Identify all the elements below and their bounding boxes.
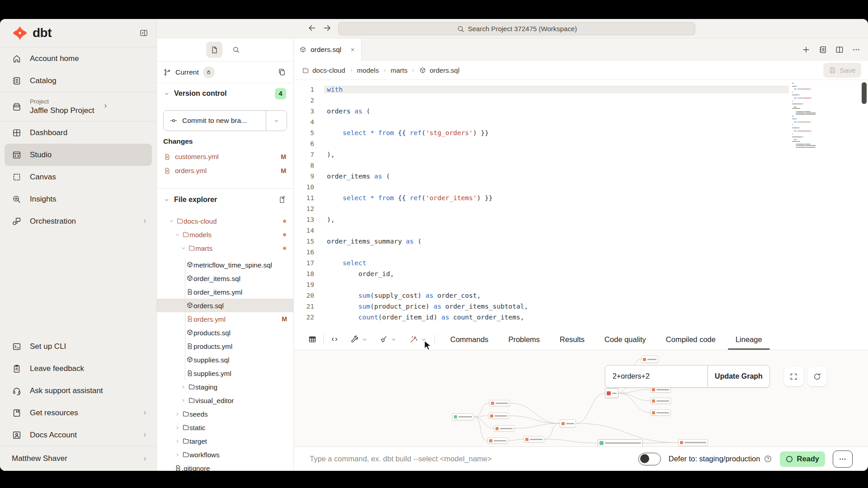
breadcrumb-item-docs-cloud[interactable]: docs-cloud [302, 66, 345, 74]
tree-item-orders-yml[interactable]: orders.yml M [157, 312, 293, 326]
lineage-node[interactable] [650, 409, 671, 416]
screen: dbt Account home Catalog Project Jaffle … [0, 0, 868, 488]
copy-icon[interactable] [278, 68, 286, 76]
file-view-button[interactable] [206, 42, 222, 58]
tree-item-staging[interactable]: staging [157, 380, 293, 394]
lineage-node[interactable] [650, 398, 671, 404]
tree-item-static[interactable]: static [157, 421, 293, 434]
changed-file-customers-yml[interactable]: customers.yml M [157, 150, 293, 164]
lineage-node[interactable] [489, 400, 510, 406]
history-back-icon[interactable] [307, 23, 318, 34]
editor-scrollbar-thumb[interactable] [862, 82, 867, 104]
sidebar-item-dashboard[interactable]: Dashboard [0, 122, 156, 144]
lineage-node[interactable] [452, 413, 474, 420]
lineage-node[interactable] [487, 437, 508, 444]
help-icon[interactable] [764, 455, 772, 463]
panel-tab-commands[interactable]: Commands [450, 329, 488, 350]
fullscreen-button[interactable] [784, 367, 803, 386]
search-files-button[interactable] [228, 42, 244, 58]
breadcrumb-item-marts[interactable]: marts [391, 66, 408, 74]
new-tab-icon[interactable] [802, 45, 811, 54]
chevron-down-icon[interactable] [390, 336, 397, 343]
panel-tab-lineage[interactable]: Lineage [736, 329, 762, 350]
changed-file-orders-yml[interactable]: orders.yml M [157, 164, 293, 178]
lineage-node[interactable] [560, 419, 576, 427]
tree-item-products-sql[interactable]: products.sql [157, 326, 293, 339]
sidebar-item-account-home[interactable]: Account home [0, 47, 156, 70]
lineage-node[interactable] [641, 356, 658, 363]
panel-tab-code-quality[interactable]: Code quality [604, 329, 646, 350]
lineage-node[interactable] [524, 436, 544, 442]
commit-button-main[interactable]: Commit to new bra... [164, 111, 266, 131]
panel-tab-results[interactable]: Results [560, 329, 585, 350]
sidebar-item-ask-support-assistant[interactable]: Ask support assistant [0, 380, 156, 402]
commit-options-button[interactable] [266, 111, 287, 131]
format-broom-icon[interactable] [379, 335, 388, 344]
sidebar-item-studio[interactable]: Studio [5, 144, 152, 166]
notebook-list-icon[interactable] [818, 45, 827, 54]
refresh-graph-button[interactable] [807, 367, 827, 386]
sidebar-item-project[interactable]: Project Jaffle Shop Project [0, 92, 156, 121]
version-control-header[interactable]: Version control 4 [157, 83, 293, 104]
tree-item-order-items-sql[interactable]: order_items.sql [157, 272, 293, 285]
new-file-icon[interactable] [278, 196, 286, 204]
sidebar-item-canvas[interactable]: Canvas [0, 166, 156, 188]
sidebar-item-leave-feedback[interactable]: Leave feedback [0, 357, 156, 380]
code-editor[interactable]: 1 with 2 3 orders as ( 4 5 select * from… [294, 80, 868, 329]
tree-item-order-items-yml[interactable]: order_items.yml [157, 285, 293, 299]
update-graph-button[interactable]: Update Graph [708, 365, 770, 388]
tree-item-gitignore[interactable]: .gitignore [157, 461, 293, 471]
tree-item-metricflow-time-spine-sql[interactable]: metricflow_time_spine.sql [157, 258, 293, 272]
save-button[interactable]: Save [823, 63, 861, 78]
tree-item-supplies-yml[interactable]: supplies.yml [157, 366, 293, 380]
sidebar-item-catalog[interactable]: Catalog [0, 70, 156, 92]
editor-minimap[interactable] [792, 83, 840, 148]
more-actions-button[interactable] [833, 450, 853, 468]
sidebar-item-docs-account[interactable]: Docs Account [0, 424, 156, 446]
collapse-sidebar-icon[interactable] [139, 28, 148, 38]
tree-item-docs-cloud[interactable]: docs-cloud [157, 214, 293, 228]
close-tab-icon[interactable] [349, 47, 356, 53]
sidebar-item-insights[interactable]: Insights [0, 188, 156, 210]
chevron-down-icon[interactable] [361, 336, 368, 343]
branch-selector[interactable]: Current [157, 61, 293, 83]
panel-tab-compiled-code[interactable]: Compiled code [666, 329, 716, 350]
lineage-node[interactable] [605, 388, 618, 398]
compile-code-icon[interactable] [330, 335, 339, 344]
tree-item-marts[interactable]: marts [157, 241, 293, 255]
more-options-icon[interactable] [852, 45, 861, 54]
tree-item-orders-sql[interactable]: orders.sql [157, 299, 293, 312]
results-table-icon[interactable] [308, 335, 317, 344]
breadcrumb-item-orders-sql[interactable]: orders.sql [419, 66, 459, 74]
lineage-panel[interactable]: 2+orders+2 Update Graph [294, 350, 868, 446]
tree-item-visual-editor[interactable]: visual_editor [157, 394, 293, 407]
chevron-down-icon[interactable] [420, 336, 427, 343]
editor-tab-orders-sql[interactable]: orders.sql [294, 38, 362, 61]
tree-item-models[interactable]: models [157, 228, 293, 241]
lineage-selector-input[interactable]: 2+orders+2 [605, 365, 708, 388]
build-wrench-icon[interactable] [350, 335, 359, 344]
lineage-node[interactable] [598, 439, 643, 446]
tree-item-workflows[interactable]: workflows [157, 448, 293, 461]
commit-button[interactable]: Commit to new bra... [163, 110, 287, 131]
sidebar-item-orchestration[interactable]: Orchestration [0, 210, 156, 232]
tree-item-target[interactable]: target [157, 434, 293, 448]
sidebar-item-get-resources[interactable]: Get resources [0, 402, 156, 424]
split-editor-icon[interactable] [835, 45, 844, 54]
command-bar[interactable]: Type a command, ex. dbt build --select <… [294, 446, 868, 471]
lineage-node[interactable] [678, 439, 708, 446]
user-menu[interactable]: Matthew Shaver [0, 446, 156, 471]
lineage-node[interactable] [494, 425, 514, 432]
history-forward-icon[interactable] [322, 23, 333, 34]
file-explorer-header[interactable]: File explorer [157, 189, 293, 211]
breadcrumb-item-models[interactable]: models [357, 66, 379, 74]
panel-tab-problems[interactable]: Problems [508, 329, 540, 350]
defer-toggle[interactable] [638, 453, 661, 465]
sidebar-item-set-up-cli[interactable]: Set up CLI [0, 335, 156, 357]
project-search-input[interactable]: Search Project 372475 (Workspace) [338, 22, 695, 35]
tree-item-supplies-sql[interactable]: supplies.sql [157, 353, 293, 366]
fix-wand-icon[interactable] [409, 335, 418, 344]
lineage-node[interactable] [488, 413, 509, 419]
tree-item-seeds[interactable]: seeds [157, 407, 293, 421]
tree-item-products-yml[interactable]: products.yml [157, 339, 293, 353]
